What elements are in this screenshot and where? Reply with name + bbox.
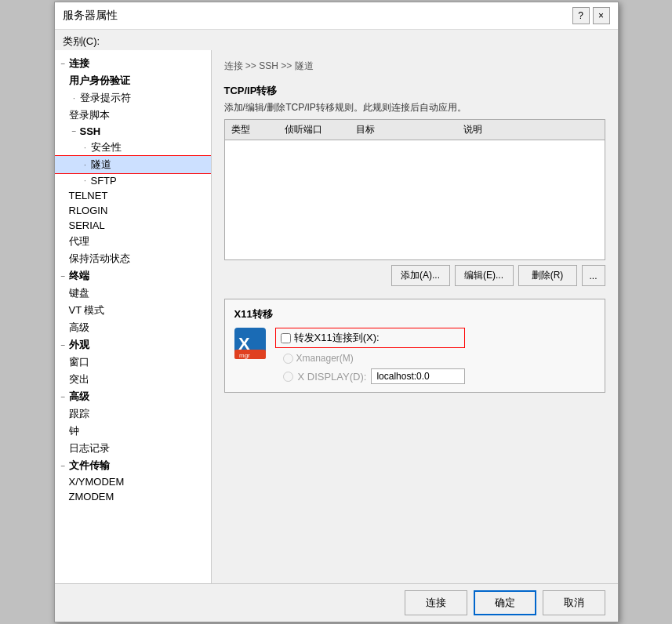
sidebar-item-advanced2[interactable]: − 高级 [55, 388, 211, 405]
col-target: 目标 [356, 123, 463, 136]
svg-text:mgr: mgr [239, 352, 250, 359]
sidebar-item-proxy[interactable]: 代理 [55, 233, 211, 250]
sidebar-item-login-script[interactable]: 登录脚本 [55, 107, 211, 124]
x11-display-row: X DISPLAY(D): [275, 368, 466, 384]
sidebar-item-window[interactable]: 窗口 [55, 354, 211, 371]
dialog-body: − 连接 用户身份验证 · 登录提示符 [55, 50, 618, 583]
sidebar-item-file-transfer-label: 文件传输 [69, 459, 110, 473]
dialog-title: 服务器属性 [63, 9, 118, 23]
sidebar-item-security-label: 安全性 [91, 140, 122, 154]
sidebar-item-logging[interactable]: 日志记录 [55, 440, 211, 457]
x11-xmanager-label: Xmanager(M) [296, 353, 354, 364]
sidebar-item-proxy-label: 代理 [69, 234, 89, 249]
x11-display-radio[interactable] [283, 372, 293, 382]
sidebar-item-terminal[interactable]: − 终端 [55, 267, 211, 285]
col-port: 侦听端口 [285, 123, 356, 136]
x11-section: X11转移 X mgr [224, 299, 605, 393]
sidebar-item-ssh-label: SSH [80, 125, 101, 137]
x11-display-input[interactable] [371, 368, 465, 384]
sidebar-item-highlight-label: 突出 [69, 372, 89, 386]
sidebar-item-connect-label: 连接 [69, 56, 89, 71]
sidebar-item-advanced-terminal[interactable]: 高级 [55, 319, 211, 336]
x11-forward-checkbox-row: 转发X11连接到(X): [275, 328, 466, 348]
toggle-ssh: − [69, 127, 80, 136]
sidebar-item-sftp[interactable]: · SFTP [55, 173, 211, 188]
ok-button[interactable]: 确定 [474, 590, 536, 615]
sidebar-item-terminal-label: 终端 [69, 269, 89, 283]
sidebar-item-ssh[interactable]: − SSH [55, 124, 211, 139]
sidebar-item-zmodem-label: ZMODEM [69, 491, 114, 502]
toggle-connect: − [58, 60, 69, 68]
sidebar-item-login-prompt[interactable]: · 登录提示符 [55, 89, 211, 107]
sidebar-item-telnet-label: TELNET [69, 190, 108, 201]
sidebar-item-advanced2-label: 高级 [69, 390, 89, 404]
x11-forward-label: 转发X11连接到(X): [294, 331, 380, 345]
toggle-appearance: − [58, 341, 69, 350]
toggle-security: · [80, 143, 91, 152]
sidebar-item-appearance-label: 外观 [69, 338, 89, 352]
sidebar-item-keepalive[interactable]: 保持活动状态 [55, 250, 211, 267]
sidebar-item-tunnel[interactable]: · 隧道 [55, 156, 211, 173]
toggle-tunnel: · [80, 161, 91, 169]
sidebar-item-trace[interactable]: 跟踪 [55, 405, 211, 423]
add-button[interactable]: 添加(A)... [391, 265, 450, 286]
tcp-table-header: 类型 侦听端口 目标 说明 [225, 120, 605, 140]
sidebar-item-advanced-terminal-label: 高级 [69, 321, 89, 335]
sidebar-item-clock-label: 钟 [69, 424, 79, 438]
col-desc: 说明 [463, 123, 598, 136]
sidebar-item-rlogin-label: RLOGIN [69, 205, 108, 216]
tree-panel: − 连接 用户身份验证 · 登录提示符 [55, 50, 212, 583]
sidebar-item-logging-label: 日志记录 [69, 441, 110, 455]
category-label: 类别(C): [55, 30, 618, 50]
tcp-table-body [225, 140, 605, 250]
x11-options: 转发X11连接到(X): Xmanager(M) X DISPLAY(D): [275, 328, 466, 384]
sidebar-item-vt-mode[interactable]: VT 模式 [55, 302, 211, 319]
col-type: 类型 [231, 123, 285, 136]
sidebar-item-keyboard[interactable]: 键盘 [55, 285, 211, 302]
cancel-button[interactable]: 取消 [543, 590, 605, 615]
table-buttons: 添加(A)... 编辑(E)... 删除(R) ... [224, 260, 605, 291]
x11-radio-xmanager-row: Xmanager(M) [275, 353, 466, 364]
sidebar-item-serial[interactable]: SERIAL [55, 218, 211, 233]
breadcrumb: 连接 >> SSH >> 隧道 [224, 60, 605, 73]
close-button[interactable]: × [593, 7, 610, 24]
title-bar-buttons: ? × [572, 7, 610, 24]
sidebar-item-highlight[interactable]: 突出 [55, 371, 211, 388]
sidebar-item-tunnel-label: 隧道 [91, 158, 111, 172]
tcp-section: TCP/IP转移 添加/编辑/删除TCP/IP转移规则。此规则连接后自动应用。 … [224, 84, 605, 291]
help-button[interactable]: ? [572, 7, 590, 24]
connect-button[interactable]: 连接 [405, 590, 467, 615]
sidebar-item-sftp-label: SFTP [91, 175, 117, 187]
x11-forward-checkbox[interactable] [281, 333, 291, 343]
sidebar-item-auth-label: 用户身份验证 [69, 74, 130, 88]
sidebar-item-serial-label: SERIAL [69, 219, 105, 231]
edit-button[interactable]: 编辑(E)... [455, 265, 514, 286]
toggle-sftp: · [80, 176, 91, 185]
dialog-footer: 连接 确定 取消 [55, 583, 618, 622]
sidebar-item-xymodem[interactable]: X/YMODEM [55, 474, 211, 489]
x11-icon: X mgr [234, 328, 266, 359]
tcp-table: 类型 侦听端口 目标 说明 [224, 119, 605, 260]
x11-xmanager-radio[interactable] [283, 354, 293, 364]
title-bar: 服务器属性 ? × [55, 2, 618, 30]
toggle-login-prompt: · [69, 94, 80, 103]
x11-title: X11转移 [234, 307, 595, 321]
toggle-terminal: − [58, 272, 69, 281]
sidebar-item-telnet[interactable]: TELNET [55, 188, 211, 203]
toggle-advanced2: − [58, 393, 69, 401]
sidebar-item-trace-label: 跟踪 [69, 407, 89, 421]
sidebar-item-connect[interactable]: − 连接 [55, 55, 211, 72]
sidebar-item-rlogin[interactable]: RLOGIN [55, 203, 211, 218]
sidebar-item-clock[interactable]: 钟 [55, 423, 211, 440]
sidebar-item-auth[interactable]: 用户身份验证 [55, 72, 211, 89]
sidebar-item-file-transfer[interactable]: − 文件传输 [55, 457, 211, 474]
sidebar-item-login-prompt-label: 登录提示符 [80, 91, 131, 105]
sidebar-item-security[interactable]: · 安全性 [55, 139, 211, 156]
sidebar-item-login-script-label: 登录脚本 [69, 108, 110, 122]
sidebar-item-appearance[interactable]: − 外观 [55, 336, 211, 354]
x11-display-label: X DISPLAY(D): [298, 371, 367, 383]
sidebar-item-zmodem[interactable]: ZMODEM [55, 489, 211, 504]
sidebar-item-window-label: 窗口 [69, 355, 89, 369]
more-button[interactable]: ... [582, 265, 605, 286]
delete-button[interactable]: 删除(R) [518, 265, 577, 286]
